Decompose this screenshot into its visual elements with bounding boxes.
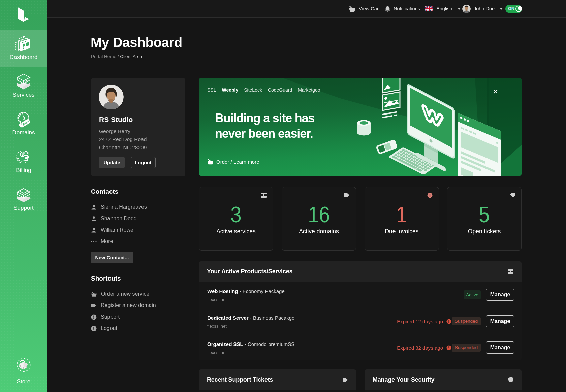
svg-text:$: $ [22,152,24,156]
